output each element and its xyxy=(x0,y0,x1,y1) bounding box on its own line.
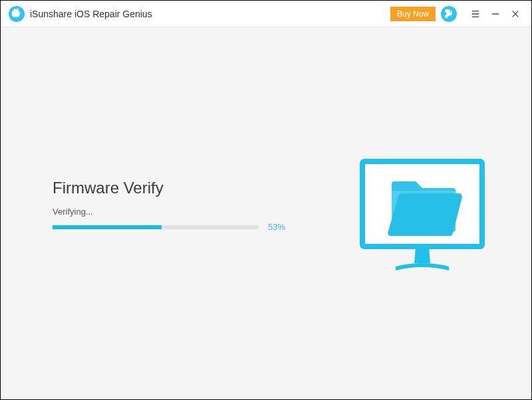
minimize-button[interactable] xyxy=(487,6,503,22)
status-text: Verifying... xyxy=(53,207,305,217)
progress-row: 53% xyxy=(53,222,305,232)
register-key-button[interactable] xyxy=(441,6,457,22)
monitor-folder-icon xyxy=(356,153,489,286)
section-heading: Firmware Verify xyxy=(53,179,305,197)
menu-button[interactable] xyxy=(467,6,483,22)
progress-percentage: 53% xyxy=(268,222,285,232)
progress-bar xyxy=(53,225,259,229)
progress-section: Firmware Verify Verifying... 53% xyxy=(53,179,305,232)
buy-now-button[interactable]: Buy Now xyxy=(390,7,436,21)
app-logo-icon xyxy=(9,6,25,22)
titlebar: iSunshare iOS Repair Genius Buy Now xyxy=(1,1,531,27)
progress-fill xyxy=(53,225,162,229)
close-button[interactable] xyxy=(507,6,523,22)
app-title: iSunshare iOS Repair Genius xyxy=(30,9,390,19)
content-area: Firmware Verify Verifying... 53% xyxy=(1,27,531,399)
